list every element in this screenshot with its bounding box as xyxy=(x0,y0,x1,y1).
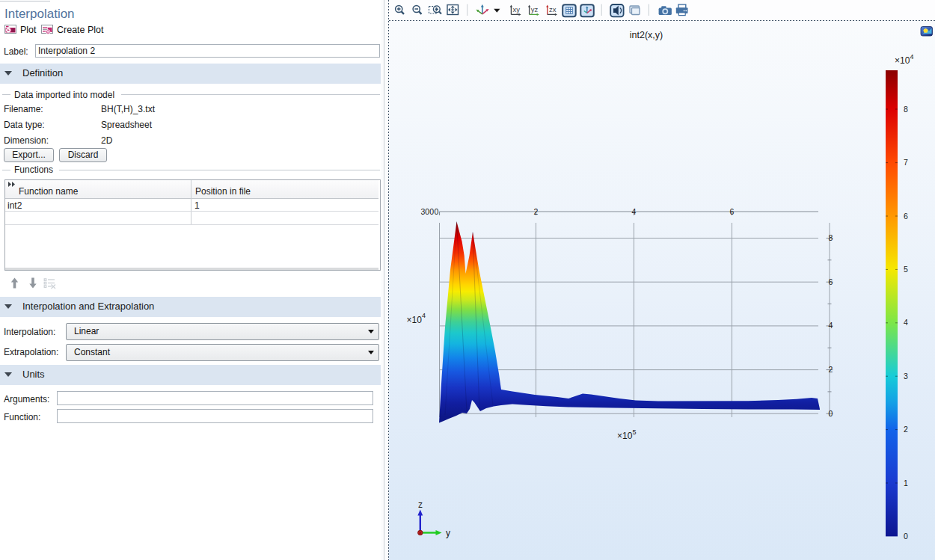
svg-text:2: 2 xyxy=(904,425,908,434)
svg-text:5: 5 xyxy=(633,428,637,436)
svg-text:×10: ×10 xyxy=(617,431,633,441)
svg-text:×10: ×10 xyxy=(895,55,910,66)
svg-text:2: 2 xyxy=(829,365,833,374)
svg-text:×10: ×10 xyxy=(407,315,423,325)
svg-text:4: 4 xyxy=(632,207,637,216)
svg-text:2: 2 xyxy=(534,207,539,216)
svg-text:1: 1 xyxy=(904,479,908,487)
svg-text:z: z xyxy=(418,499,423,510)
svg-text:8: 8 xyxy=(829,233,833,242)
svg-text:6: 6 xyxy=(829,277,833,286)
svg-text:6: 6 xyxy=(904,212,908,221)
svg-text:7: 7 xyxy=(904,158,908,167)
svg-text:0: 0 xyxy=(829,409,833,418)
svg-text:8: 8 xyxy=(904,105,908,114)
svg-text:0: 0 xyxy=(435,207,439,216)
svg-text:0: 0 xyxy=(904,532,908,541)
svg-text:6: 6 xyxy=(730,207,735,216)
svg-text:3: 3 xyxy=(904,372,908,381)
svg-text:4: 4 xyxy=(422,312,426,319)
svg-text:5: 5 xyxy=(904,265,908,274)
svg-text:xy: xy xyxy=(513,5,521,13)
svg-text:int2(x,y): int2(x,y) xyxy=(630,30,663,40)
svg-text:4: 4 xyxy=(904,318,908,327)
svg-text:300: 300 xyxy=(420,207,434,216)
svg-text:yz: yz xyxy=(531,5,539,13)
svg-text:zx: zx xyxy=(549,5,557,13)
svg-text:4: 4 xyxy=(910,53,914,61)
svg-text:4: 4 xyxy=(829,321,833,330)
svg-text:y: y xyxy=(446,528,450,538)
